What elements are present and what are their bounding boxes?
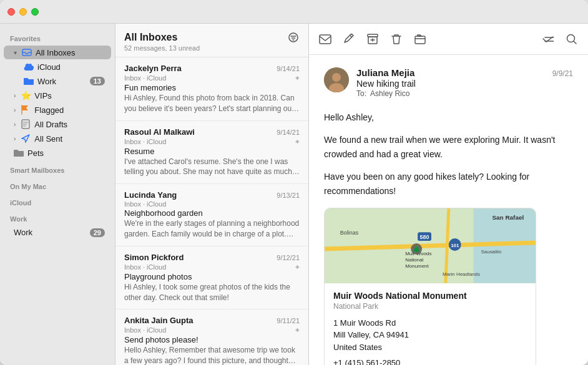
message-item[interactable]: Lucinda Yang 9/13/21 Inbox · iCloud Neig… bbox=[115, 184, 308, 246]
sidebar-item-label: All Drafts bbox=[34, 120, 105, 129]
svg-text:Bolinas: Bolinas bbox=[340, 230, 359, 236]
detail-content: Juliana Mejia 9/9/21 New hiking trail To… bbox=[309, 55, 588, 365]
msg-sender: Lucinda Yang bbox=[124, 190, 273, 200]
email-header-info: Juliana Mejia 9/9/21 New hiking trail To… bbox=[356, 67, 573, 98]
msg-preview: Hi Ashley, I took some great photos of t… bbox=[124, 282, 300, 303]
place-type: National Park bbox=[333, 302, 527, 311]
svg-text:National: National bbox=[405, 257, 423, 263]
filter-icon[interactable] bbox=[287, 31, 300, 44]
mailbox-title: All Inboxes bbox=[124, 32, 177, 43]
msg-subject: Resume bbox=[124, 147, 300, 156]
chevron-right-icon: › bbox=[14, 92, 16, 99]
email-body: Hello Ashley, We found a new trail when … bbox=[324, 110, 573, 198]
svg-text:Sausalito: Sausalito bbox=[481, 249, 502, 255]
svg-rect-6 bbox=[415, 36, 425, 44]
sender-avatar bbox=[324, 67, 349, 92]
reply-icon[interactable] bbox=[319, 33, 331, 46]
sidebar-item-label: All Inboxes bbox=[36, 48, 105, 57]
svg-text:Monument: Monument bbox=[405, 263, 429, 269]
msg-date: 9/12/21 bbox=[277, 254, 300, 261]
drafts-icon bbox=[21, 119, 31, 129]
sent-icon bbox=[21, 134, 31, 144]
sidebar-item-label: VIPs bbox=[34, 91, 105, 100]
msg-sender: Jackelyn Perra bbox=[124, 64, 273, 73]
email-greeting: Hello Ashley, bbox=[324, 110, 573, 124]
msg-date: 9/14/21 bbox=[277, 129, 300, 136]
place-phone: +1 (415) 561-2850 bbox=[333, 358, 527, 365]
message-items: Jackelyn Perra 9/14/21 Inbox · iCloud ⌖ … bbox=[115, 57, 308, 365]
msg-subject: Send photos please! bbox=[124, 335, 300, 344]
place-address: 1 Muir Woods Rd Mill Valley, CA 94941 Un… bbox=[333, 317, 527, 354]
svg-text:580: 580 bbox=[420, 234, 429, 240]
chevron-right-icon: › bbox=[14, 135, 16, 142]
sidebar-item-work[interactable]: Work 13 bbox=[4, 74, 111, 88]
to-label: To: bbox=[356, 89, 366, 98]
sidebar-item-all-inboxes[interactable]: ▾ All Inboxes bbox=[4, 46, 111, 59]
chevron-down-icon: ▾ bbox=[14, 49, 17, 56]
msg-date: 9/14/21 bbox=[277, 65, 300, 72]
svg-point-2 bbox=[289, 33, 298, 42]
sidebar-item-icloud[interactable]: iCloud bbox=[4, 60, 111, 74]
message-item[interactable]: Simon Pickford 9/12/21 Inbox · iCloud ⌖ … bbox=[115, 246, 308, 310]
cloud-icon bbox=[24, 62, 34, 72]
svg-text:101: 101 bbox=[451, 243, 459, 248]
address-line3: United States bbox=[333, 343, 382, 352]
sidebar-item-label: Work bbox=[14, 228, 86, 237]
msg-date: 9/11/21 bbox=[277, 317, 300, 324]
search-icon[interactable] bbox=[566, 33, 578, 46]
message-list-header: All Inboxes 52 messages, 13 unread bbox=[115, 24, 308, 57]
msg-inbox: Inbox · iCloud bbox=[124, 326, 166, 334]
detail-pane: Juliana Mejia 9/9/21 New hiking trail To… bbox=[309, 24, 588, 365]
toolbar-icons bbox=[319, 33, 426, 46]
svg-text:San Rafael: San Rafael bbox=[492, 214, 524, 221]
maximize-button[interactable] bbox=[31, 8, 39, 16]
close-button[interactable] bbox=[7, 8, 15, 16]
msg-subject: Neighborhood garden bbox=[124, 208, 300, 218]
attachment-icon: ⌖ bbox=[295, 263, 300, 271]
move-icon[interactable] bbox=[414, 33, 426, 46]
compose-icon[interactable] bbox=[343, 33, 355, 46]
email-sender-name: Juliana Mejia bbox=[356, 67, 414, 78]
msg-date: 9/13/21 bbox=[277, 192, 300, 199]
work-badge: 13 bbox=[90, 77, 105, 85]
email-from-row: Juliana Mejia 9/9/21 bbox=[356, 67, 573, 78]
to-name: Ashley Rico bbox=[370, 89, 409, 98]
sidebar-item-pets[interactable]: Pets bbox=[4, 146, 111, 160]
detail-toolbar bbox=[309, 24, 588, 55]
attachment-icon: ⌖ bbox=[295, 326, 300, 334]
message-item[interactable]: Jackelyn Perra 9/14/21 Inbox · iCloud ⌖ … bbox=[115, 57, 308, 121]
trash-icon[interactable] bbox=[390, 33, 403, 46]
svg-point-9 bbox=[332, 73, 341, 82]
sidebar-item-label: All Sent bbox=[34, 134, 105, 144]
svg-text:Marin Headlands: Marin Headlands bbox=[443, 271, 480, 277]
sidebar-item-vips[interactable]: › ⭐ VIPs bbox=[4, 89, 111, 102]
minimize-button[interactable] bbox=[19, 8, 27, 16]
flag-icon bbox=[21, 105, 31, 115]
msg-inbox: Inbox · iCloud bbox=[124, 74, 166, 82]
msg-preview: We're in the early stages of planning a … bbox=[124, 218, 300, 240]
msg-sender: Simon Pickford bbox=[124, 253, 273, 262]
msg-preview: Hi Ashley, Found this photo from back in… bbox=[124, 93, 300, 114]
map-card: 580 101 San Rafael Bolinas Muir Woods Na… bbox=[324, 208, 536, 365]
address-line2: Mill Valley, CA 94941 bbox=[333, 330, 409, 339]
msg-inbox: Inbox · iCloud bbox=[124, 200, 166, 208]
archive-icon[interactable] bbox=[366, 33, 379, 46]
pets-folder-icon bbox=[14, 148, 24, 158]
sidebar-item-label: Work bbox=[37, 77, 86, 86]
msg-preview: I've attached Carol's resume. She's the … bbox=[124, 157, 300, 178]
svg-text:🌲: 🌲 bbox=[413, 245, 421, 253]
work-folder-icon bbox=[24, 76, 34, 86]
more-icon[interactable] bbox=[542, 33, 554, 46]
email-body-p1: We found a new trail when we were explor… bbox=[324, 133, 573, 161]
favorites-label: Favorites bbox=[0, 29, 115, 45]
email-date: 9/9/21 bbox=[552, 69, 573, 78]
message-item[interactable]: Rasoul Al Malkawi 9/14/21 Inbox · iCloud… bbox=[115, 121, 308, 185]
sidebar-item-flagged[interactable]: › Flagged bbox=[4, 103, 111, 117]
star-icon: ⭐ bbox=[21, 90, 31, 100]
map-info: Muir Woods National Monument National Pa… bbox=[325, 283, 536, 365]
msg-subject: Fun memories bbox=[124, 83, 300, 92]
message-item[interactable]: Ankita Jain Gupta 9/11/21 Inbox · iCloud… bbox=[115, 309, 308, 365]
sidebar-item-all-drafts[interactable]: › All Drafts bbox=[4, 117, 111, 131]
sidebar-item-all-sent[interactable]: › All Sent bbox=[4, 132, 111, 145]
sidebar-item-work-bottom[interactable]: Work 29 bbox=[4, 226, 111, 239]
